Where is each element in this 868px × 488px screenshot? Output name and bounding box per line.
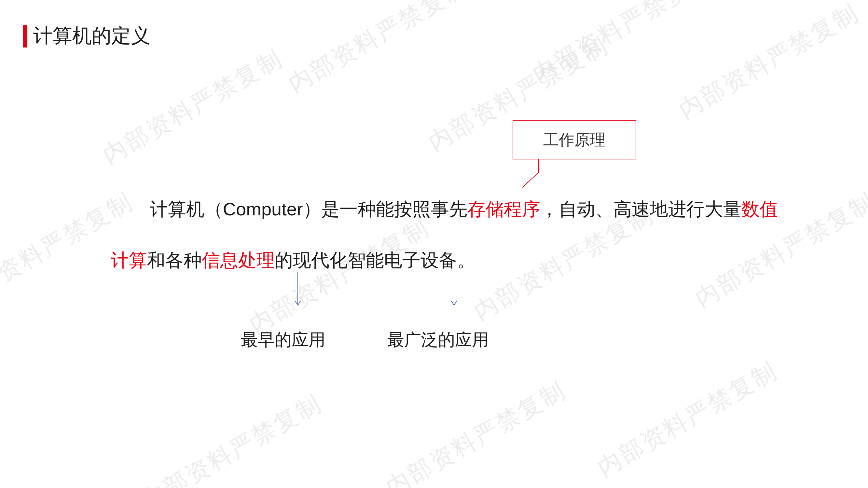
accent-bar [23,25,27,47]
arrow-down-icon [449,270,459,309]
slide-header: 计算机的定义 [23,23,150,49]
watermark: 内部资料严禁复制 [0,0,126,14]
callout-box: 工作原理 [513,120,636,159]
watermark: 内部资料严禁复制 [380,374,571,488]
watermark: 内部资料严禁复制 [592,355,783,483]
annotation-earliest: 最早的应用 [241,329,326,351]
annotation-widest: 最广泛的应用 [387,329,489,351]
watermark: 内部资料严禁复制 [97,42,288,171]
text-segment: ，自动、高速地进行大量 [540,199,741,219]
watermark: 内部资料严禁复制 [673,0,864,126]
watermark: 内部资料严禁复制 [282,0,474,100]
highlight-stored-program: 存储程序 [467,199,540,219]
arrow-down-icon [293,270,303,309]
text-segment: 和各种 [147,250,202,270]
highlight-info-processing: 信息处理 [202,250,275,270]
callout-label: 工作原理 [543,129,606,150]
definition-text: 计算机（Computer）是一种能按照事先存储程序，自动、高速地进行大量数值计算… [111,184,778,286]
text-segment: 计算机（Computer）是一种能按照事先 [150,199,467,219]
text-segment: 的现代化智能电子设备。 [275,250,475,270]
page-title: 计算机的定义 [33,23,150,49]
watermark: 内部资料严禁复制 [136,387,328,488]
watermark: 内部资料严禁复制 [527,0,718,90]
